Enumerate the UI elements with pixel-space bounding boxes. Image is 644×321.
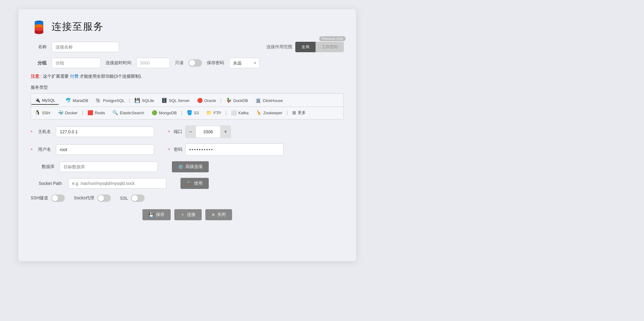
postgresql-icon: 🐘 bbox=[95, 98, 101, 103]
scope-global-button[interactable]: 全局 bbox=[295, 42, 316, 52]
service-s3[interactable]: 🪣 S3 bbox=[183, 109, 203, 117]
hostname-input[interactable] bbox=[56, 127, 154, 137]
database-input[interactable] bbox=[60, 162, 158, 172]
service-oracle[interactable]: 🔴 Oracle bbox=[193, 96, 220, 104]
save-pwd-wrapper: 永远 会话 不保存 bbox=[229, 58, 260, 68]
ssh-tunnel-label: SSH隧道 bbox=[31, 195, 48, 201]
docker-label: Docker bbox=[65, 111, 78, 115]
ssh-label: SSH bbox=[42, 111, 50, 115]
notice-link[interactable]: 付费 bbox=[70, 74, 79, 79]
socketpath-label: Socket Path bbox=[39, 181, 63, 186]
ftp-label: FTP bbox=[214, 111, 221, 115]
timeout-input[interactable] bbox=[136, 58, 170, 68]
service-ssh[interactable]: 🐧 SSH bbox=[31, 109, 54, 117]
ftp-icon: 📁 bbox=[206, 110, 212, 115]
readonly-toggle[interactable] bbox=[188, 59, 202, 67]
service-zookeeper[interactable]: 🦒 Zookeeper bbox=[252, 109, 286, 117]
clickhouse-label: ClickHouse bbox=[263, 98, 283, 103]
readonly-toggle-knob bbox=[189, 60, 195, 66]
port-increment-button[interactable]: + bbox=[220, 126, 231, 138]
use-icon: ⚒️ bbox=[187, 181, 192, 186]
mariadb-icon: 🐬 bbox=[65, 98, 71, 103]
more-icon: ⊞ bbox=[292, 110, 296, 115]
app-logo bbox=[31, 18, 47, 35]
port-decrement-button[interactable]: − bbox=[185, 126, 196, 138]
hostname-port-row: * 主机名 * 端口 − + bbox=[31, 126, 344, 138]
save-button[interactable]: 💾 保存 bbox=[142, 209, 171, 220]
scope-label: 连接作用范围 bbox=[266, 44, 292, 50]
save-pwd-select[interactable]: 永远 会话 不保存 bbox=[229, 58, 260, 68]
service-docker[interactable]: 🐳 Docker bbox=[54, 109, 81, 117]
username-password-row: * 用户名 * 密码 bbox=[31, 143, 344, 156]
username-input[interactable] bbox=[56, 144, 154, 155]
service-ftp[interactable]: 📁 FTP bbox=[203, 109, 225, 117]
socks-proxy-item: Socks代理 bbox=[74, 194, 111, 202]
timeout-label: 连接超时时间 bbox=[106, 60, 131, 66]
svg-point-4 bbox=[35, 24, 43, 27]
ssh-tunnel-toggle[interactable] bbox=[51, 194, 65, 202]
gear-icon: ⚙️ bbox=[178, 164, 183, 169]
redis-icon: 🟥 bbox=[87, 110, 93, 115]
ssl-label: SSL bbox=[120, 196, 128, 201]
scope-workspace-button[interactable]: 工作空间 bbox=[316, 42, 344, 52]
svg-point-7 bbox=[35, 28, 43, 31]
service-kafka[interactable]: ⬜ Kafka bbox=[227, 109, 252, 117]
service-mongodb[interactable]: 🟢 MongoDB bbox=[148, 109, 180, 117]
ssl-item: SSL bbox=[120, 194, 145, 202]
port-stepper: − + bbox=[185, 126, 231, 138]
service-more[interactable]: ⊞ 更多 bbox=[289, 109, 309, 117]
service-elasticsearch[interactable]: 🔍 ElasticSearch bbox=[109, 109, 148, 117]
service-clickhouse[interactable]: 🏛️ ClickHouse bbox=[252, 96, 287, 104]
group-label: 分组 bbox=[31, 60, 47, 66]
ssl-knob bbox=[132, 195, 138, 201]
scope-btn-group: Premium Only 全局 工作空间 bbox=[295, 42, 344, 52]
username-req-star: * bbox=[31, 147, 33, 152]
zookeeper-label: Zookeeper bbox=[263, 111, 282, 115]
name-label: 名称 bbox=[31, 44, 47, 50]
socketpath-row: Socket Path ⚒️ 使用 bbox=[31, 178, 344, 189]
redis-label: Redis bbox=[95, 111, 105, 115]
service-mysql[interactable]: 🔌 MySQL bbox=[31, 96, 59, 105]
group-input[interactable] bbox=[52, 58, 101, 68]
kafka-icon: ⬜ bbox=[231, 110, 237, 115]
connect-button[interactable]: ＋ 连接 bbox=[174, 209, 202, 220]
service-sqlserver[interactable]: 🗄️ SQL Server bbox=[158, 96, 193, 104]
service-duckdb[interactable]: 🦆 DuckDB bbox=[222, 96, 252, 104]
service-mariadb[interactable]: 🐬 MariaDB bbox=[62, 96, 92, 104]
service-sqlite[interactable]: 💾 SQLite bbox=[131, 96, 158, 104]
notice-row: 注意 : 这个扩展需要 付费 才能使用全部功能(3个连接限制). bbox=[31, 74, 344, 79]
database-row: 数据库 ⚙️ 高级选项 bbox=[31, 161, 344, 172]
save-pwd-label: 保存密码 bbox=[207, 60, 224, 66]
hostname-req-star: * bbox=[31, 129, 33, 135]
ssl-toggle[interactable] bbox=[131, 194, 145, 202]
password-input[interactable] bbox=[185, 143, 284, 156]
dialog-header: 连接至服务 bbox=[31, 18, 344, 35]
service-row-2: 🐧 SSH 🐳 Docker | 🟥 Redis 🔍 ElasticSearch… bbox=[31, 107, 343, 119]
socks-proxy-toggle[interactable] bbox=[97, 194, 111, 202]
bottom-buttons: 💾 保存 ＋ 连接 ✕ 关闭 bbox=[31, 209, 344, 220]
s3-label: S3 bbox=[194, 111, 199, 115]
service-postgresql[interactable]: 🐘 PostgreSQL bbox=[92, 96, 128, 104]
use-button[interactable]: ⚒️ 使用 bbox=[180, 178, 209, 189]
close-button[interactable]: ✕ 关闭 bbox=[205, 209, 232, 220]
clickhouse-icon: 🏛️ bbox=[255, 98, 261, 103]
elasticsearch-label: ElasticSearch bbox=[120, 111, 144, 115]
ssh-tunnel-knob bbox=[52, 195, 58, 201]
duckdb-label: DuckDB bbox=[233, 98, 248, 103]
kafka-label: Kafka bbox=[238, 111, 248, 115]
name-input[interactable] bbox=[52, 42, 119, 52]
socketpath-input[interactable] bbox=[68, 178, 166, 189]
port-input[interactable] bbox=[196, 126, 220, 138]
close-icon: ✕ bbox=[211, 212, 215, 217]
connection-dialog: 连接至服务 名称 连接作用范围 Premium Only 全局 工作空间 分组 … bbox=[18, 9, 356, 261]
zookeeper-icon: 🦒 bbox=[256, 110, 262, 115]
mongodb-icon: 🟢 bbox=[152, 110, 157, 115]
advanced-options-button[interactable]: ⚙️ 高级选项 bbox=[172, 161, 209, 172]
scope-section: 连接作用范围 Premium Only 全局 工作空间 bbox=[266, 42, 344, 52]
duckdb-icon: 🦆 bbox=[226, 98, 232, 103]
mongodb-label: MongoDB bbox=[159, 111, 177, 115]
port-req-star: * bbox=[168, 129, 170, 135]
name-scope-row: 名称 连接作用范围 Premium Only 全局 工作空间 bbox=[31, 42, 344, 52]
service-redis[interactable]: 🟥 Redis bbox=[84, 109, 109, 117]
ssh-icon: 🐧 bbox=[35, 110, 41, 115]
